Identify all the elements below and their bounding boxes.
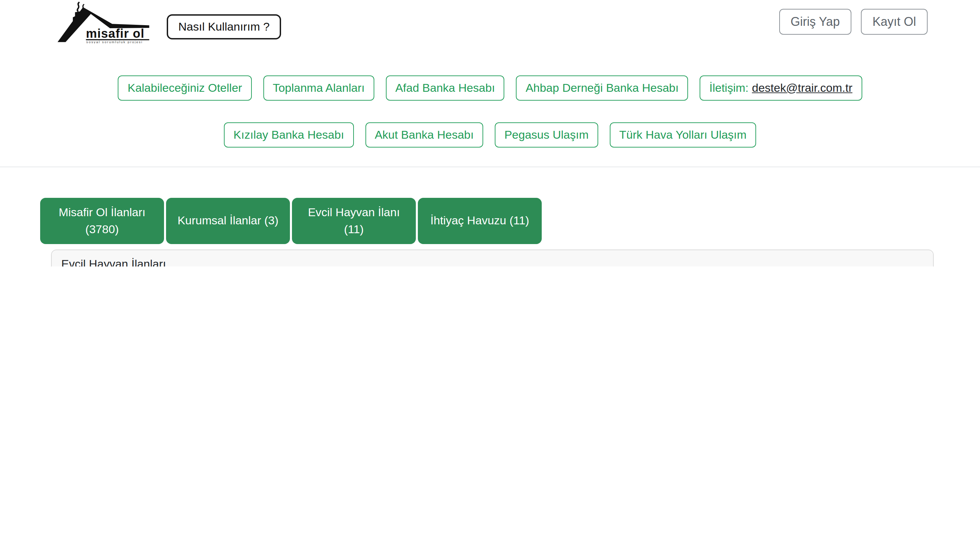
assembly-areas-button[interactable]: Toplanma Alanları [263, 75, 374, 101]
login-button[interactable]: Giriş Yap [779, 9, 851, 35]
listing-tabs: Misafir Ol İlanları (3780) Kurumsal İlan… [40, 198, 542, 244]
akut-bank-button[interactable]: Akut Banka Hesabı [365, 122, 483, 148]
contact-button[interactable]: İletişim: destek@trair.com.tr [700, 75, 862, 101]
tab-misafir-ol-ilanlari[interactable]: Misafir Ol İlanları (3780) [40, 198, 164, 244]
contact-label: İletişim: [710, 81, 749, 95]
card-title: Evcil Hayvan İlanları [52, 250, 933, 266]
listings-card: Evcil Hayvan İlanları 10 İl / İlçe Ara: [51, 249, 934, 266]
auth-buttons: Giriş Yap Kayıt Ol [779, 9, 928, 35]
kizilay-bank-button[interactable]: Kızılay Banka Hesabı [224, 122, 353, 148]
logo-subtitle: sosyal sorumluluk projesi [86, 40, 143, 43]
hotels-button[interactable]: Kalabileceğiniz Oteller [118, 75, 251, 101]
register-button[interactable]: Kayıt Ol [861, 9, 928, 35]
quick-links-row-1: Kalabileceğiniz Oteller Toplanma Alanlar… [0, 75, 980, 101]
ahbap-bank-button[interactable]: Ahbap Derneği Banka Hesabı [516, 75, 688, 101]
how-to-use-button[interactable]: Nasıl Kullanırım ? [167, 14, 281, 40]
afad-bank-button[interactable]: Afad Banka Hesabı [386, 75, 504, 101]
page: misafir ol sosyal sorumluluk projesi Nas… [0, 0, 980, 266]
thy-button[interactable]: Türk Hava Yolları Ulaşım [610, 122, 756, 148]
smoke-icon [77, 2, 79, 11]
quick-links-row-2: Kızılay Banka Hesabı Akut Banka Hesabı P… [0, 122, 980, 148]
tab-evcil-hayvan-ilani[interactable]: Evcil Hayvan İlanı (11) [292, 198, 416, 244]
tab-kurumsal-ilanlar[interactable]: Kurumsal İlanlar (3) [166, 198, 290, 244]
header-divider [0, 167, 980, 167]
pegasus-button[interactable]: Pegasus Ulaşım [495, 122, 598, 148]
tab-ihtiyac-havuzu[interactable]: İhtiyaç Havuzu (11) [418, 198, 542, 244]
house-logo-icon: misafir ol sosyal sorumluluk projesi [56, 2, 153, 43]
roof-right-shape [83, 7, 150, 28]
contact-email-link[interactable]: destek@trair.com.tr [752, 81, 853, 95]
logo-title: misafir ol [86, 27, 145, 40]
site-logo[interactable]: misafir ol sosyal sorumluluk projesi [56, 2, 153, 43]
